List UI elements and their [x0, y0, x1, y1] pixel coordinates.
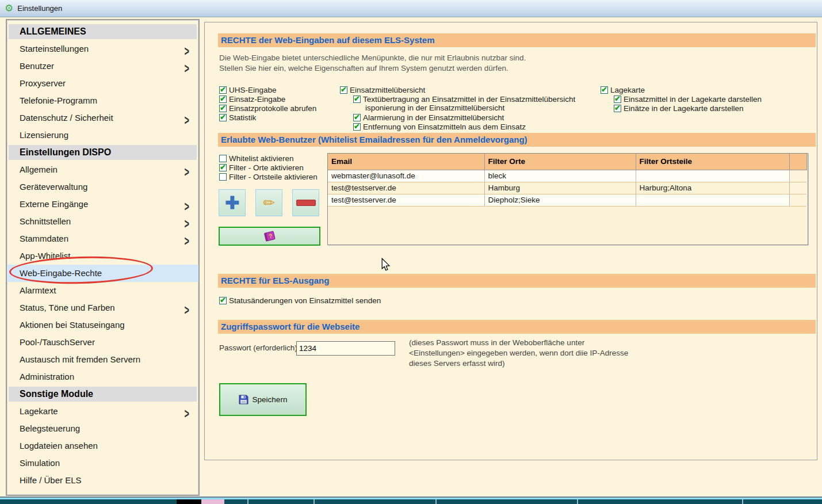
section-header-zugriffspasswort: Zugriffspasswort für die Webseite: [218, 320, 816, 334]
taskbar-segment: [177, 499, 201, 504]
checkbox-lagekarte[interactable]: Lagekarte: [601, 85, 645, 94]
checkbox-textuebertragung[interactable]: Textübertragung an Einsatzmittel in der …: [353, 94, 575, 104]
sidebar-item-benutzer[interactable]: Benutzer>: [7, 58, 198, 75]
checkbox-whitelist-aktivieren[interactable]: Whitelist aktivieren: [219, 154, 294, 163]
taskbar-divider: [742, 499, 743, 504]
checkbox-icon[interactable]: [353, 114, 361, 121]
add-button[interactable]: ✚: [219, 189, 246, 216]
sidebar-item-telefonie-programm[interactable]: Telefonie-Programm: [7, 92, 198, 109]
column-header-email[interactable]: Email: [328, 154, 484, 170]
gear-icon: ⚙: [5, 3, 13, 13]
checkbox-icon[interactable]: [601, 86, 608, 94]
save-button-label: Speichern: [253, 395, 288, 404]
column-header-filter-ortsteile[interactable]: Filter Ortsteile: [636, 154, 789, 170]
remove-button[interactable]: [292, 189, 319, 216]
checkbox-statusaenderungen-senden[interactable]: Statusänderungen von Einsatzmittel sende…: [219, 296, 381, 305]
checkbox-einsatzprotokolle[interactable]: Einsatzprotokolle abrufen: [219, 104, 316, 113]
section-description: Die Web-Eingabe bietet unterschiedliche …: [219, 53, 526, 74]
checkbox-icon[interactable]: [219, 155, 227, 162]
sidebar-item-austausch-fremde-server[interactable]: Austausch mit fremden Servern: [7, 351, 198, 368]
sidebar-item-app-whitelist[interactable]: App-Whitelist: [7, 247, 198, 265]
checkbox-entfernung[interactable]: Entfernung von Einsatzmitteln aus dem Ei…: [353, 122, 526, 131]
sidebar-item-pool-tauschserver[interactable]: Pool-/TauschServer: [7, 334, 198, 351]
checkbox-filter-ortsteile[interactable]: Filter - Ortsteile aktivieren: [219, 172, 318, 181]
sidebar-item-hilfe-ueber-els[interactable]: Hilfe / Über ELS: [7, 472, 198, 489]
floppy-disk-icon: [239, 395, 248, 404]
main-panel: RECHTE der Web-Eingaben auf diesem ELS-S…: [204, 22, 817, 460]
checkbox-einaetze-lagekarte[interactable]: Einätze in der Lagekarte darstellen: [614, 104, 744, 113]
sidebar-section-allgemeines: ALLGEMEINES: [9, 24, 197, 39]
taskbar-divider: [247, 499, 248, 504]
checkbox-statistik[interactable]: Statistik: [219, 113, 256, 122]
password-input[interactable]: [296, 341, 395, 356]
sidebar-item-stammdaten[interactable]: Stammdaten>: [7, 230, 198, 247]
sidebar-item-geraeteverwaltung[interactable]: Geräteverwaltung: [7, 178, 198, 196]
section-header-rechte-web-eingaben: RECHTE der Web-Eingaben auf diesem ELS-S…: [218, 33, 816, 47]
checkbox-icon[interactable]: [340, 86, 347, 94]
save-button[interactable]: Speichern: [219, 383, 307, 416]
checkbox-icon[interactable]: [219, 297, 227, 304]
wrapped-label-line: isponierung in der Einsatzmittelübersich…: [365, 104, 504, 112]
checkbox-einsatz-eingabe[interactable]: Einsatz-Eingabe: [219, 94, 285, 104]
sidebar-item-allgemein[interactable]: Allgemein>: [7, 161, 198, 178]
checkbox-icon[interactable]: [219, 164, 227, 171]
checkbox-icon[interactable]: [219, 86, 227, 94]
sidebar-item-starteinstellungen[interactable]: Starteinstellungen>: [7, 40, 198, 58]
checkbox-alarmierung[interactable]: Alarmierung in der Einsatzmittelübersich…: [353, 113, 504, 122]
sidebar-item-alarmtext[interactable]: Alarmtext: [7, 282, 198, 299]
checkbox-icon[interactable]: [614, 96, 621, 103]
help-book-icon: ?: [263, 231, 277, 242]
table-row[interactable]: test@testserver.de Hamburg Harburg;Alton…: [328, 182, 806, 194]
sidebar-item-belegsteuerung[interactable]: Belegsteuerung: [7, 420, 198, 437]
taskbar-sliver: [0, 499, 822, 504]
taskbar-divider: [435, 499, 437, 504]
sidebar-item-administration[interactable]: Administration: [7, 368, 198, 385]
password-note: (dieses Passwort muss in der Weboberfläc…: [409, 338, 628, 369]
taskbar-divider: [577, 499, 578, 504]
checkbox-icon[interactable]: [219, 173, 227, 181]
taskbar-divider: [313, 499, 315, 504]
section-header-rechte-els-ausgang: RECHTE für ELS-Ausgang: [218, 274, 816, 288]
whitelist-table-panel: Email Filter Orte Filter Ortsteile webma…: [327, 153, 808, 245]
checkbox-uhs-eingabe[interactable]: UHS-Eingabe: [219, 85, 277, 94]
plus-icon: ✚: [225, 193, 239, 213]
sidebar-item-lagekarte[interactable]: Lagekarte>: [7, 403, 198, 420]
section-header-erlaubte-web-benutzer: Erlaubte Web-Benutzer (Whitelist Emailad…: [218, 133, 816, 147]
sidebar-section-sonstige-module: Sonstige Module: [9, 387, 197, 402]
window-title: Einstellungen: [17, 4, 62, 13]
whitelist-table: Email Filter Orte Filter Ortsteile webma…: [328, 154, 807, 207]
table-row[interactable]: test@testserver.de Diepholz;Sieke: [328, 194, 806, 206]
sidebar-item-datenschutz-sicherheit[interactable]: Datenschutz / Sicherheit>: [7, 109, 198, 127]
sidebar-item-status-toene-farben[interactable]: Status, Töne und Farben>: [7, 299, 198, 316]
checkbox-icon[interactable]: [219, 105, 227, 112]
sidebar-item-lizensierung[interactable]: Lizensierung: [7, 127, 198, 144]
column-header-filter-orte[interactable]: Filter Orte: [484, 154, 636, 170]
sidebar-item-schnittstellen[interactable]: Schnittstellen>: [7, 213, 198, 230]
settings-sidebar: ALLGEMEINES Starteinstellungen> Benutzer…: [6, 19, 200, 496]
sidebar-section-einstellungen-dispo: Einstellungen DISPO: [9, 145, 197, 160]
sidebar-item-proxyserver[interactable]: Proxyserver: [7, 75, 198, 92]
pencil-icon: ✏: [263, 194, 275, 211]
checkbox-icon[interactable]: [614, 105, 621, 112]
column-header-gutter: [789, 154, 806, 170]
checkbox-icon[interactable]: [219, 114, 227, 121]
sidebar-item-aktionen-statuseingang[interactable]: Aktionen bei Statuseingang: [7, 316, 198, 334]
taskbar-segment: [201, 499, 224, 504]
table-row[interactable]: webmaster@lunasoft.de bleck: [328, 170, 806, 182]
sidebar-item-simulation[interactable]: Simulation: [7, 455, 198, 472]
sidebar-item-logdateien-ansehen[interactable]: Logdateien ansehen: [7, 437, 198, 455]
addressbook-button[interactable]: ?: [219, 227, 320, 246]
checkbox-einsatzmittel-lagekarte[interactable]: Einsatzmittel in der Lagekarte darstelle…: [614, 94, 762, 104]
edit-button[interactable]: ✏: [255, 189, 282, 216]
checkbox-icon[interactable]: [353, 96, 361, 103]
checkbox-icon[interactable]: [219, 96, 227, 103]
sidebar-item-externe-eingaenge[interactable]: Externe Eingänge>: [7, 196, 198, 213]
window-titlebar: ⚙ Einstellungen: [0, 0, 822, 17]
checkbox-icon[interactable]: [353, 123, 361, 131]
minus-icon: [296, 200, 316, 206]
table-header-row: Email Filter Orte Filter Ortsteile: [328, 154, 806, 170]
sidebar-item-web-eingabe-rechte[interactable]: Web-Eingabe-Rechte: [7, 265, 198, 282]
checkbox-filter-orte[interactable]: Filter - Orte aktivieren: [219, 163, 304, 172]
password-label: Passwort (erforderlich):: [219, 343, 300, 352]
checkbox-einsatzmitteluebersicht[interactable]: Einsatzmittelübersicht: [340, 85, 425, 94]
